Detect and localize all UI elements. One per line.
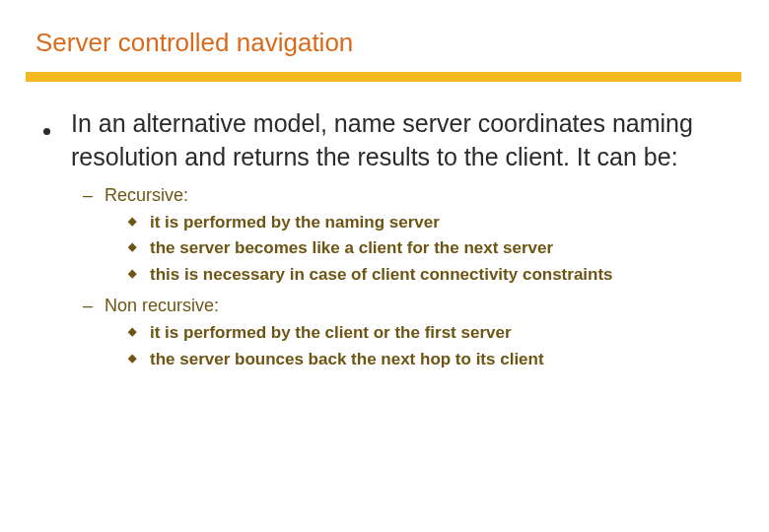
title-underline (26, 72, 741, 82)
dash-icon: – (83, 293, 105, 319)
point-recursive-0-text: it is performed by the naming server (150, 211, 440, 235)
bullet-main-text: In an alternative model, name server coo… (71, 107, 734, 174)
diamond-icon: ◆ (128, 348, 150, 366)
subbullet-nonrecursive: – Non recursive: (83, 293, 734, 319)
diamond-icon: ◆ (128, 321, 150, 340)
point-nonrecursive-0-text: it is performed by the client or the fir… (150, 321, 512, 346)
diamond-icon: ◆ (128, 236, 150, 255)
point-recursive-0: ◆ it is performed by the naming server (128, 211, 734, 235)
point-recursive-1-text: the server becomes like a client for the… (150, 236, 553, 261)
subbullet-recursive-label: Recursive: (105, 182, 188, 209)
slide: Server controlled navigation In an alter… (0, 0, 769, 532)
dash-icon: – (83, 182, 105, 209)
dot-icon (43, 107, 71, 143)
slide-body: In an alternative model, name server coo… (35, 107, 734, 372)
subbullet-nonrecursive-label: Non recursive: (105, 293, 219, 319)
diamond-icon: ◆ (128, 211, 150, 230)
point-nonrecursive-1: ◆ the server bounces back the next hop t… (128, 348, 734, 372)
point-nonrecursive-0: ◆ it is performed by the client or the f… (128, 321, 734, 346)
slide-title: Server controlled navigation (35, 28, 734, 58)
point-recursive-1: ◆ the server becomes like a client for t… (128, 236, 734, 261)
point-recursive-2: ◆ this is necessary in case of client co… (128, 263, 734, 288)
point-nonrecursive-1-text: the server bounces back the next hop to … (150, 348, 544, 372)
point-recursive-2-text: this is necessary in case of client conn… (150, 263, 613, 288)
diamond-icon: ◆ (128, 263, 150, 282)
subbullet-recursive: – Recursive: (83, 182, 734, 209)
bullet-main: In an alternative model, name server coo… (43, 107, 734, 174)
